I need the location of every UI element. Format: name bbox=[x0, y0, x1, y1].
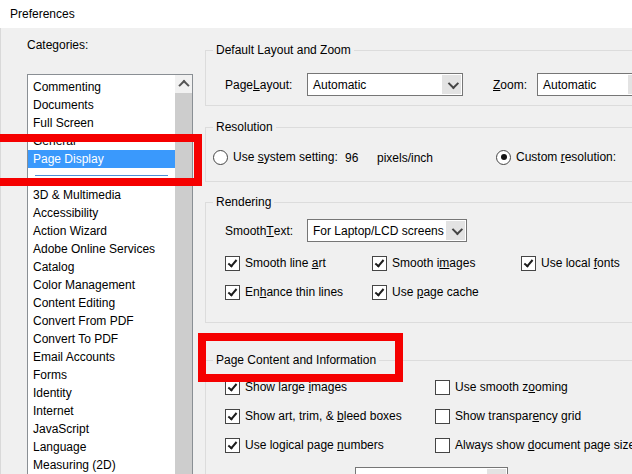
checkmark-icon bbox=[372, 256, 387, 271]
group-title-rendering: Rendering bbox=[213, 195, 274, 209]
categories-list: Commenting Documents Full Screen General… bbox=[28, 78, 175, 474]
ppi-value: 96 bbox=[345, 151, 358, 165]
use-page-cache-checkbox[interactable]: Use page cache bbox=[372, 284, 479, 300]
combobox-dropdown-button[interactable] bbox=[628, 75, 632, 94]
category-item-adobe-online-services[interactable]: Adobe Online Services bbox=[28, 240, 175, 258]
smooth-line-art-checkbox[interactable]: Smooth line art bbox=[225, 255, 326, 271]
group-title-page-content-information: Page Content and Information bbox=[213, 353, 379, 367]
page-layout-label: Page Layout: bbox=[225, 73, 292, 96]
preferences-dialog: Preferences Categories: Commenting Docum… bbox=[0, 0, 632, 474]
use-logical-page-numbers-checkbox[interactable]: Use logical page numbers bbox=[225, 437, 384, 453]
category-item-content-editing[interactable]: Content Editing bbox=[28, 294, 175, 312]
category-item-javascript[interactable]: JavaScript bbox=[28, 420, 175, 438]
show-large-images-checkbox[interactable]: Show large images bbox=[225, 379, 347, 395]
chevron-down-icon bbox=[451, 223, 462, 234]
categories-label: Categories: bbox=[27, 38, 88, 52]
radio-circle bbox=[496, 150, 511, 165]
category-item-internet[interactable]: Internet bbox=[28, 402, 175, 420]
checkmark-icon bbox=[435, 380, 450, 395]
combobox-dropdown-button[interactable] bbox=[487, 469, 506, 474]
ppi-unit-label: pixels/inch bbox=[377, 151, 433, 165]
custom-resolution-radio[interactable]: Custom resolution: bbox=[496, 149, 616, 165]
group-title-resolution: Resolution bbox=[213, 120, 276, 134]
category-item-forms[interactable]: Forms bbox=[28, 366, 175, 384]
use-system-setting-radio[interactable]: Use system setting: bbox=[213, 149, 338, 165]
category-item-commenting[interactable]: Commenting bbox=[28, 78, 175, 96]
category-item-general[interactable]: General bbox=[28, 132, 175, 150]
category-item-full-screen[interactable]: Full Screen bbox=[28, 114, 175, 132]
checkmark-icon bbox=[435, 409, 450, 424]
combobox-dropdown-button[interactable] bbox=[442, 75, 461, 94]
categories-listbox: Commenting Documents Full Screen General… bbox=[27, 74, 193, 474]
checkmark-icon bbox=[225, 285, 240, 300]
show-transparency-grid-checkbox[interactable]: Show transparency grid bbox=[435, 408, 581, 424]
scrollbar-up-button[interactable] bbox=[175, 75, 192, 93]
chevron-down-icon bbox=[447, 77, 458, 88]
category-item-accessibility[interactable]: Accessibility bbox=[28, 204, 175, 222]
category-item-convert-to-pdf[interactable]: Convert To PDF bbox=[28, 330, 175, 348]
separator-line bbox=[35, 175, 168, 176]
scrollbar-thumb[interactable] bbox=[175, 93, 192, 474]
use-local-fonts-checkbox[interactable]: Use local fonts bbox=[521, 255, 620, 271]
zoom-label: Zoom: bbox=[493, 73, 527, 96]
category-item-language[interactable]: Language bbox=[28, 438, 175, 456]
checkmark-icon bbox=[372, 285, 387, 300]
chevron-up-icon bbox=[178, 80, 189, 91]
category-item-identity[interactable]: Identity bbox=[28, 384, 175, 402]
smooth-text-combobox[interactable]: For Laptop/LCD screens bbox=[307, 219, 467, 242]
checkmark-icon bbox=[225, 438, 240, 453]
category-item-color-management[interactable]: Color Management bbox=[28, 276, 175, 294]
show-art-trim-bleed-boxes-checkbox[interactable]: Show art, trim, & bleed boxes bbox=[225, 408, 402, 424]
enhance-thin-lines-checkbox[interactable]: Enhance thin lines bbox=[225, 284, 343, 300]
radio-circle bbox=[213, 150, 228, 165]
category-item-action-wizard[interactable]: Action Wizard bbox=[28, 222, 175, 240]
checkmark-icon bbox=[225, 380, 240, 395]
category-item-measuring-2d[interactable]: Measuring (2D) bbox=[28, 456, 175, 474]
page-layout-combobox[interactable]: Automatic bbox=[307, 73, 463, 96]
use-smooth-zooming-checkbox[interactable]: Use smooth zooming bbox=[435, 379, 568, 395]
checkmark-icon bbox=[225, 256, 240, 271]
zoom-combobox[interactable]: Automatic bbox=[537, 73, 632, 96]
category-item-convert-from-pdf[interactable]: Convert From PDF bbox=[28, 312, 175, 330]
smooth-text-label: Smooth Text: bbox=[225, 219, 293, 242]
checkmark-icon bbox=[521, 256, 536, 271]
dialog-title: Preferences bbox=[10, 7, 75, 21]
category-item-documents[interactable]: Documents bbox=[28, 96, 175, 114]
partial-bottom-combobox[interactable] bbox=[355, 467, 508, 474]
checkmark-icon bbox=[435, 438, 450, 453]
checkmark-icon bbox=[225, 409, 240, 424]
category-item-3d-multimedia[interactable]: 3D & Multimedia bbox=[28, 186, 175, 204]
title-bar: Preferences bbox=[0, 0, 632, 28]
category-separator bbox=[28, 168, 175, 186]
smooth-images-checkbox[interactable]: Smooth images bbox=[372, 255, 475, 271]
group-title-default-layout-zoom: Default Layout and Zoom bbox=[213, 43, 354, 57]
category-item-page-display[interactable]: Page Display bbox=[28, 150, 175, 168]
always-show-document-page-size-checkbox[interactable]: Always show document page size bbox=[435, 437, 632, 453]
category-item-catalog[interactable]: Catalog bbox=[28, 258, 175, 276]
combobox-dropdown-button[interactable] bbox=[446, 221, 465, 240]
categories-scrollbar[interactable] bbox=[175, 75, 192, 474]
category-item-email-accounts[interactable]: Email Accounts bbox=[28, 348, 175, 366]
